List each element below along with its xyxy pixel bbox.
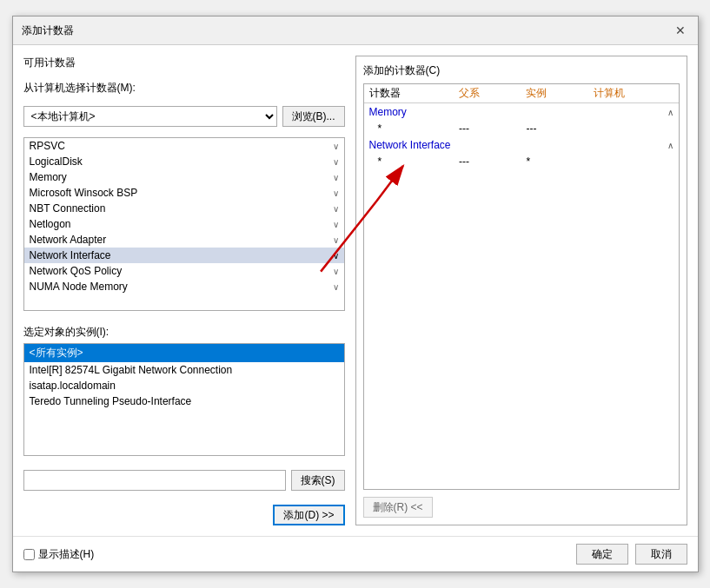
instance-item[interactable]: Teredo Tunneling Pseudo-Interface bbox=[24, 393, 344, 409]
browse-button[interactable]: 浏览(B)... bbox=[282, 106, 345, 127]
expand-icon: ∨ bbox=[333, 188, 339, 198]
show-desc-label: 显示描述(H) bbox=[38, 547, 95, 562]
instance-item-all[interactable]: <所有实例> bbox=[24, 344, 344, 362]
expand-icon: ∨ bbox=[333, 142, 339, 151]
collapse-icon[interactable]: ∧ bbox=[667, 141, 674, 150]
added-counters-table: 计数器 父系 实例 计算机 Memory ∧ bbox=[364, 84, 679, 169]
right-panel-title: 添加的计数器(C) bbox=[363, 63, 680, 78]
show-desc-checkbox[interactable] bbox=[23, 549, 35, 560]
list-item-network-interface[interactable]: Network Interface ∨ bbox=[24, 248, 344, 263]
available-counters-label: 可用计数器 bbox=[23, 56, 345, 70]
dialog-body: 可用计数器 从计算机选择计数器(M): <本地计算机> 浏览(B)... RPS… bbox=[13, 45, 698, 536]
cancel-button[interactable]: 取消 bbox=[635, 544, 687, 565]
search-button[interactable]: 搜索(S) bbox=[291, 470, 345, 491]
col-instance: 实例 bbox=[521, 84, 588, 103]
title-bar: 添加计数器 ✕ bbox=[13, 17, 698, 45]
counter-list[interactable]: RPSVC ∨ LogicalDisk ∨ Memory ∨ Microsoft… bbox=[23, 137, 345, 311]
bottom-buttons: 确定 取消 bbox=[576, 544, 687, 565]
delete-button[interactable]: 删除(R) << bbox=[363, 497, 433, 518]
list-item[interactable]: Microsoft Winsock BSP ∨ bbox=[24, 185, 344, 201]
expand-icon: ∨ bbox=[333, 204, 339, 214]
expand-icon: ∨ bbox=[333, 282, 339, 292]
expand-icon: ∨ bbox=[333, 251, 339, 261]
group-memory: Memory ∧ bbox=[364, 103, 679, 121]
bottom-bar: 显示描述(H) 确定 取消 bbox=[13, 536, 698, 571]
dialog-title: 添加计数器 bbox=[22, 23, 74, 38]
expand-icon: ∨ bbox=[333, 267, 339, 276]
expand-icon: ∨ bbox=[333, 173, 339, 182]
instances-label: 选定对象的实例(I): bbox=[23, 325, 345, 340]
instance-item[interactable]: isatap.localdomain bbox=[24, 378, 344, 393]
list-item[interactable]: Network QoS Policy ∨ bbox=[24, 263, 344, 279]
list-item[interactable]: LogicalDisk ∨ bbox=[24, 154, 344, 169]
close-button[interactable]: ✕ bbox=[672, 22, 689, 39]
add-counter-dialog: 添加计数器 ✕ 可用计数器 从计算机选择计数器(M): <本地计算机> 浏览(B… bbox=[12, 16, 699, 572]
list-item[interactable]: Memory ∨ bbox=[24, 169, 344, 185]
search-input[interactable] bbox=[23, 470, 286, 491]
table-row: * --- --- bbox=[364, 121, 679, 136]
list-item[interactable]: NUMA Node Memory ∨ bbox=[24, 279, 344, 294]
delete-row: 删除(R) << bbox=[363, 497, 680, 518]
col-counter: 计数器 bbox=[364, 84, 454, 103]
group-header-row: Network Interface ∧ bbox=[364, 136, 679, 154]
instance-item[interactable]: Intel[R] 82574L Gigabit Network Connecti… bbox=[24, 362, 344, 378]
col-computer: 计算机 bbox=[588, 84, 678, 103]
expand-icon: ∨ bbox=[333, 157, 339, 167]
expand-icon: ∨ bbox=[333, 220, 339, 229]
col-parent: 父系 bbox=[454, 84, 521, 103]
list-item[interactable]: Netlogon ∨ bbox=[24, 216, 344, 232]
group-header-row: Memory ∧ bbox=[364, 103, 679, 122]
instances-section: 选定对象的实例(I): <所有实例> Intel[R] 82574L Gigab… bbox=[23, 325, 345, 456]
added-counters-table-wrapper: 计数器 父系 实例 计算机 Memory ∧ bbox=[363, 83, 680, 490]
computer-select-row: <本地计算机> 浏览(B)... bbox=[23, 106, 345, 127]
list-item[interactable]: Network Adapter ∨ bbox=[24, 232, 344, 248]
select-computer-label: 从计算机选择计数器(M): bbox=[23, 81, 345, 96]
list-item[interactable]: RPSVC ∨ bbox=[24, 138, 344, 154]
list-item[interactable]: NBT Connection ∨ bbox=[24, 201, 344, 216]
add-button[interactable]: 添加(D) >> bbox=[273, 505, 344, 525]
collapse-icon[interactable]: ∧ bbox=[667, 108, 674, 117]
computer-select[interactable]: <本地计算机> bbox=[23, 106, 277, 127]
show-desc-row: 显示描述(H) bbox=[23, 547, 95, 562]
add-row: 添加(D) >> bbox=[23, 505, 345, 525]
group-network-interface: Network Interface ∧ bbox=[364, 136, 679, 154]
left-panel: 可用计数器 从计算机选择计数器(M): <本地计算机> 浏览(B)... RPS… bbox=[23, 56, 345, 525]
expand-icon: ∨ bbox=[333, 235, 339, 245]
instances-list[interactable]: <所有实例> Intel[R] 82574L Gigabit Network C… bbox=[23, 343, 345, 456]
ok-button[interactable]: 确定 bbox=[576, 544, 628, 565]
right-panel: 添加的计数器(C) 计数器 父系 实例 计算机 bbox=[355, 56, 687, 525]
table-row: * --- * bbox=[364, 154, 679, 169]
search-row: 搜索(S) bbox=[23, 470, 345, 491]
